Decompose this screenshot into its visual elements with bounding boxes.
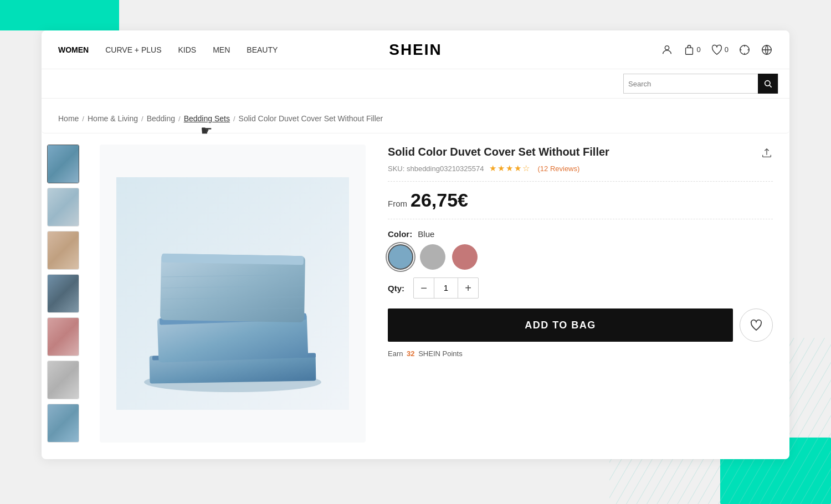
color-section: Color: Blue bbox=[388, 229, 773, 270]
points-label: SHEIN Points bbox=[418, 349, 462, 358]
main-card: WOMEN CURVE + PLUS KIDS MEN BEAUTY SHEIN… bbox=[42, 30, 789, 459]
earn-label: Earn bbox=[388, 349, 403, 358]
price-from-label: From bbox=[388, 199, 407, 208]
nav-kids[interactable]: KIDS bbox=[178, 45, 197, 54]
qty-increase-button[interactable]: + bbox=[458, 278, 478, 298]
wishlist-count: 0 bbox=[725, 45, 729, 54]
star-2: ★ bbox=[497, 163, 505, 173]
add-to-bag-button[interactable]: ADD TO BAG bbox=[388, 308, 733, 342]
svg-point-2 bbox=[665, 45, 669, 49]
thumb-2[interactable] bbox=[47, 188, 79, 227]
wishlist-button[interactable] bbox=[740, 308, 773, 342]
qty-label: Qty: bbox=[388, 284, 404, 293]
qty-value: 1 bbox=[434, 278, 458, 298]
star-rating: ★ ★ ★ ★ ☆ bbox=[489, 163, 530, 173]
star-3: ★ bbox=[506, 163, 513, 173]
search-button[interactable] bbox=[758, 74, 778, 94]
user-icon-btn[interactable] bbox=[661, 44, 673, 56]
main-nav: WOMEN CURVE + PLUS KIDS MEN BEAUTY bbox=[58, 45, 278, 54]
green-accent-top bbox=[0, 0, 119, 30]
svg-rect-3 bbox=[685, 48, 693, 54]
color-label: Color: Blue bbox=[388, 229, 773, 239]
color-value: Blue bbox=[418, 229, 434, 239]
star-1: ★ bbox=[489, 163, 496, 173]
qty-section: Qty: − 1 + bbox=[388, 277, 773, 299]
product-illustration bbox=[116, 177, 349, 410]
breadcrumb-sep-2: / bbox=[141, 115, 143, 123]
breadcrumb-sep-1: / bbox=[82, 115, 84, 123]
swatch-gray[interactable] bbox=[420, 244, 445, 270]
search-area bbox=[42, 69, 789, 99]
earn-points: Earn 32 SHEIN Points bbox=[388, 349, 773, 358]
header-icons: 0 0 bbox=[661, 44, 773, 56]
wishlist-icon-btn[interactable]: 0 bbox=[711, 44, 729, 56]
nav-men[interactable]: MEN bbox=[213, 45, 230, 54]
cart-count: 0 bbox=[697, 45, 701, 54]
site-logo[interactable]: SHEIN bbox=[389, 41, 442, 59]
sku-text: SKU: shbedding03210325574 bbox=[388, 164, 484, 173]
breadcrumb-product: Solid Color Duvet Cover Set Without Fill… bbox=[239, 114, 383, 123]
heart-icon bbox=[750, 318, 763, 332]
cursor-hand: ☛ bbox=[201, 123, 213, 138]
thumb-1[interactable] bbox=[47, 145, 79, 183]
color-swatches bbox=[388, 244, 773, 270]
star-half: ☆ bbox=[522, 163, 530, 173]
thumb-7[interactable] bbox=[47, 404, 79, 443]
add-to-bag-row: ADD TO BAG bbox=[388, 308, 773, 342]
color-divider bbox=[388, 219, 773, 219]
breadcrumb: Home / Home & Living / Bedding / Bedding… bbox=[58, 114, 773, 123]
main-product-image bbox=[116, 177, 349, 410]
title-row: Solid Color Duvet Cover Set Without Fill… bbox=[388, 145, 773, 163]
product-title: Solid Color Duvet Cover Set Without Fill… bbox=[388, 145, 609, 159]
breadcrumb-sep-4: / bbox=[233, 115, 235, 123]
nav-curve[interactable]: CURVE + PLUS bbox=[105, 45, 161, 54]
main-product-image-area bbox=[100, 145, 366, 443]
share-button[interactable] bbox=[761, 147, 773, 161]
thumb-4[interactable] bbox=[47, 274, 79, 313]
nav-women[interactable]: WOMEN bbox=[58, 45, 89, 54]
breadcrumb-home-living[interactable]: Home & Living bbox=[88, 114, 138, 123]
breadcrumb-bedding[interactable]: Bedding bbox=[147, 114, 175, 123]
product-area: Solid Color Duvet Cover Set Without Fill… bbox=[42, 133, 789, 459]
svg-point-5 bbox=[765, 81, 770, 86]
breadcrumb-sep-3: / bbox=[178, 115, 181, 123]
price-divider bbox=[388, 181, 773, 182]
cart-icon-btn[interactable]: 0 bbox=[683, 44, 701, 56]
site-header: WOMEN CURVE + PLUS KIDS MEN BEAUTY SHEIN… bbox=[42, 30, 789, 69]
points-value: 32 bbox=[407, 349, 414, 358]
reviews-link[interactable]: (12 Reviews) bbox=[537, 164, 579, 173]
breadcrumb-bedding-sets[interactable]: Bedding Sets ☛ bbox=[184, 114, 230, 123]
breadcrumb-home[interactable]: Home bbox=[58, 114, 79, 123]
product-price: 26,75€ bbox=[411, 189, 468, 211]
search-input[interactable] bbox=[624, 80, 758, 88]
price-row: From 26,75€ bbox=[388, 189, 773, 211]
swatch-rose[interactable] bbox=[452, 244, 478, 270]
qty-decrease-button[interactable]: − bbox=[414, 278, 434, 298]
language-icon-btn[interactable] bbox=[761, 44, 773, 56]
thumb-5[interactable] bbox=[47, 317, 79, 356]
sku-row: SKU: shbedding03210325574 ★ ★ ★ ★ ☆ (12 … bbox=[388, 163, 773, 173]
search-container bbox=[623, 74, 778, 94]
qty-control: − 1 + bbox=[413, 277, 479, 299]
product-details: Solid Color Duvet Cover Set Without Fill… bbox=[382, 145, 773, 443]
breadcrumb-container: Home / Home & Living / Bedding / Bedding… bbox=[42, 104, 789, 133]
star-4: ★ bbox=[514, 163, 521, 173]
swatch-blue[interactable] bbox=[388, 244, 413, 270]
nav-beauty[interactable]: BEAUTY bbox=[247, 45, 278, 54]
svg-line-6 bbox=[770, 85, 772, 88]
thumb-3[interactable] bbox=[47, 231, 79, 270]
thumbnail-list bbox=[47, 145, 83, 443]
thumb-6[interactable] bbox=[47, 361, 79, 399]
support-icon-btn[interactable] bbox=[738, 44, 751, 56]
